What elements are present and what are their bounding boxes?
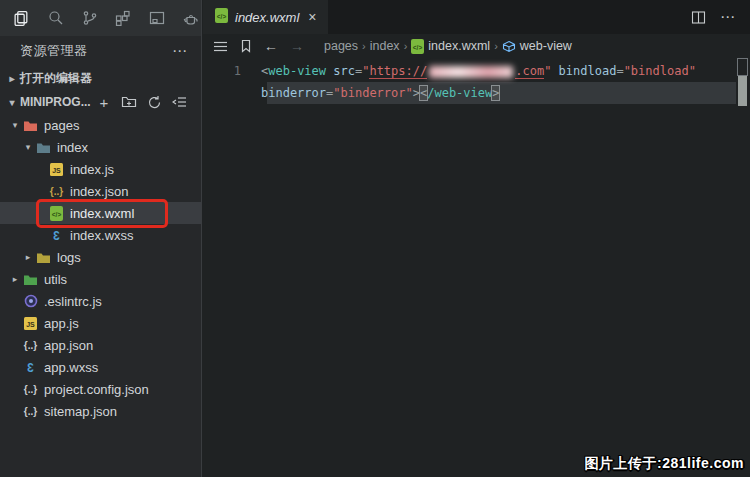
breadcrumb-label: pages (324, 39, 358, 53)
tree-item-index-js[interactable]: JSindex.js (0, 158, 201, 180)
window-icon[interactable] (147, 7, 167, 29)
breadcrumb-item-pages[interactable]: pages (324, 39, 358, 53)
forward-arrow-icon[interactable]: → (290, 38, 304, 54)
file-json-amber-icon: {..} (48, 183, 65, 199)
code-text: binderror="binderror"></web-view> (261, 82, 499, 104)
collapse-all-icon[interactable] (171, 94, 187, 110)
editor-actions: ⋯ (691, 0, 750, 34)
file-js-icon: JS (22, 315, 39, 331)
chevron-right-icon: ▸ (6, 73, 18, 84)
tree-item-sitemap-json[interactable]: {..}sitemap.json (0, 400, 201, 422)
tree-item-label: index.js (70, 162, 114, 177)
tree-item-app-json[interactable]: {..}app.json (0, 334, 201, 356)
line-number: 1 (203, 60, 261, 82)
back-arrow-icon[interactable]: ← (264, 38, 278, 54)
tree-item-project-config-json[interactable]: {..}project.config.json (0, 378, 201, 400)
code-token: web-view (268, 64, 326, 78)
breadcrumb-separator: › (362, 40, 366, 52)
breadcrumb-label: index.wxml (428, 39, 490, 53)
source-control-icon[interactable] (80, 7, 100, 29)
code-text: <web-view src="https://.com" bindload="b… (261, 60, 696, 82)
chevron-down-icon[interactable]: ▾ (8, 120, 22, 130)
scrollbar-thumb[interactable] (738, 76, 747, 106)
more-actions-icon[interactable]: ⋯ (720, 8, 736, 26)
chevron-right-icon[interactable]: ▸ (8, 274, 22, 284)
tree-item-label: index.wxml (70, 206, 134, 221)
tree-item--eslintrc-js[interactable]: .eslintrc.js (0, 290, 201, 312)
breadcrumb-item-web-view[interactable]: web-view (502, 39, 572, 53)
wechat-devtools-editor-window: 资源管理器 ⋯ ▸ 打开的编辑器 ▾ MINIPROG... + ▾pages▾… (0, 0, 750, 477)
folder-pages-icon (22, 117, 39, 133)
tree-item-label: app.js (44, 316, 79, 331)
folder-utils-icon (22, 271, 39, 287)
svg-text:</>: </> (413, 43, 423, 50)
folder-index-icon (35, 139, 52, 155)
split-editor-icon[interactable] (691, 10, 706, 25)
file-json-icon: {..} (22, 403, 39, 419)
tree-item-pages[interactable]: ▾pages (0, 114, 201, 136)
tree-item-label: index.wxss (70, 228, 134, 243)
refresh-icon[interactable] (146, 94, 162, 110)
tab-index-wxml[interactable]: </> index.wxml × (203, 0, 328, 34)
code-token: https:// (369, 64, 427, 79)
file-json-icon: {..} (22, 337, 39, 353)
breadcrumb-separator: › (404, 40, 408, 52)
tree-item-label: app.wxss (44, 360, 98, 375)
new-folder-icon[interactable] (121, 94, 137, 110)
new-file-icon[interactable]: + (96, 94, 112, 110)
project-section[interactable]: ▾ MINIPROG... + (0, 90, 201, 114)
chevron-down-icon: ▾ (6, 97, 18, 108)
tree-item-label: .eslintrc.js (44, 294, 102, 309)
tree-item-label: index (57, 140, 88, 155)
chevron-down-icon[interactable]: ▾ (21, 142, 35, 152)
tree-item-index-json[interactable]: {..}index.json (0, 180, 201, 202)
teapot-icon[interactable] (181, 7, 201, 29)
tree-item-logs[interactable]: ▸logs (0, 246, 201, 268)
breadcrumb-item-index-wxml[interactable]: </>index.wxml (411, 39, 490, 54)
tree-item-label: app.json (44, 338, 93, 353)
tree-item-index-wxml[interactable]: </>index.wxml (0, 202, 201, 224)
wxml-file-icon: </> (215, 8, 228, 26)
tree-item-app-js[interactable]: JSapp.js (0, 312, 201, 334)
tree-item-index[interactable]: ▾index (0, 136, 201, 158)
outline-list-icon[interactable] (213, 40, 228, 53)
scrollbar-decoration (737, 58, 748, 76)
tab-title: index.wxml (235, 10, 299, 25)
breadcrumb-item-index[interactable]: index (370, 39, 400, 53)
bookmark-icon[interactable] (240, 39, 252, 53)
tree-item-label: logs (57, 250, 81, 265)
explorer-header: 资源管理器 ⋯ (0, 36, 201, 66)
editor-scrollbar[interactable] (736, 58, 750, 458)
tree-item-app-wxss[interactable]: 3app.wxss (0, 356, 201, 378)
wxml-icon: </> (411, 39, 424, 54)
chevron-right-icon[interactable]: ▸ (21, 252, 35, 262)
file-wxml-icon: </> (48, 205, 65, 221)
project-actions: + (96, 94, 195, 110)
code-token (551, 64, 558, 78)
extensions-icon[interactable] (113, 7, 133, 29)
breadcrumb-label: web-view (520, 39, 572, 53)
breadcrumb-bar: ← → pages›index›</>index.wxml›web-view (203, 34, 750, 58)
code-token: > (413, 86, 420, 100)
editor-toolbar-icons: ← → (213, 38, 304, 54)
file-tree: ▾pages▾indexJSindex.js{..}index.json</>i… (0, 114, 201, 422)
files-icon[interactable] (12, 7, 32, 29)
file-eslint-icon (22, 293, 39, 309)
code-token: "bindload" (624, 64, 696, 78)
code-editor[interactable]: 1<web-view src="https://.com" bindload="… (203, 60, 750, 104)
close-icon[interactable]: × (306, 9, 318, 25)
code-token: = (616, 64, 623, 78)
code-line[interactable]: 1<web-view src="https://.com" bindload="… (203, 60, 750, 82)
code-line[interactable]: binderror="binderror"></web-view> (203, 82, 750, 104)
watermark-text: 图片上传于:281life.com (585, 455, 744, 473)
open-editors-section[interactable]: ▸ 打开的编辑器 (0, 66, 201, 90)
breadcrumb-label: index (370, 39, 400, 53)
tree-item-utils[interactable]: ▸utils (0, 268, 201, 290)
svg-text:3: 3 (27, 361, 34, 375)
code-token: .com (515, 64, 544, 79)
search-icon[interactable] (46, 7, 66, 29)
tree-item-index-wxss[interactable]: 3index.wxss (0, 224, 201, 246)
file-json-icon: {..} (22, 381, 39, 397)
explorer-more-icon[interactable]: ⋯ (172, 42, 189, 60)
symbol-element-icon (502, 40, 516, 53)
